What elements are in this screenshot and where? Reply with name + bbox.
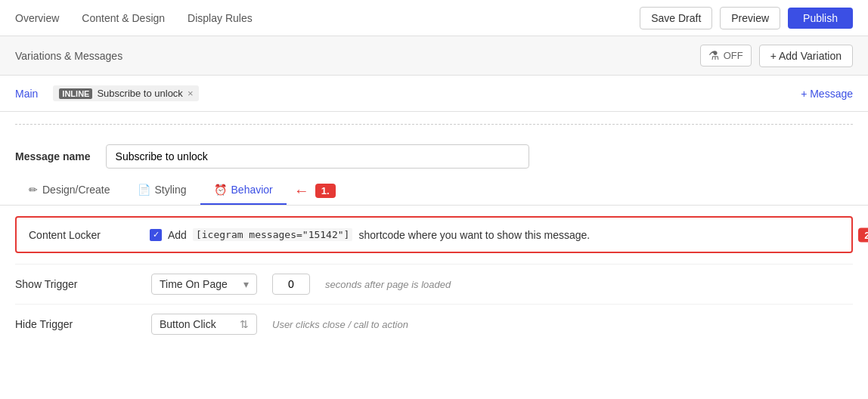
nav-actions: Save Draft Preview Publish bbox=[640, 7, 853, 29]
show-trigger-hint: seconds after page is loaded bbox=[325, 279, 451, 290]
nav-content-design[interactable]: Content & Design bbox=[82, 9, 165, 27]
message-name-input[interactable] bbox=[106, 144, 529, 169]
hide-trigger-chevron-icon: ⇅ bbox=[240, 318, 249, 330]
annotation-arrow-1: ← 1. bbox=[294, 182, 336, 200]
tab-styling-label: Styling bbox=[155, 184, 187, 196]
show-trigger-chevron-icon: ▾ bbox=[243, 278, 249, 290]
tab-design-label: Design/Create bbox=[42, 184, 110, 196]
close-message-icon[interactable]: × bbox=[188, 88, 194, 99]
show-trigger-select[interactable]: Time On Page ▾ bbox=[151, 274, 257, 295]
message-badge-name: Subscribe to unlock bbox=[97, 88, 182, 99]
shortcode-code: [icegram messages="15142"] bbox=[193, 228, 353, 241]
tabs-row: ✏ Design/Create 📄 Styling ⏰ Behavior ← 1… bbox=[0, 176, 868, 206]
content-locker-content: Add [icegram messages="15142"] shortcode… bbox=[150, 228, 839, 241]
main-label[interactable]: Main bbox=[15, 88, 38, 100]
hide-trigger-select-value: Button Click bbox=[160, 318, 216, 330]
nav-links: Overview Content & Design Display Rules bbox=[15, 9, 640, 27]
publish-button[interactable]: Publish bbox=[788, 8, 853, 29]
behavior-icon: ⏰ bbox=[214, 184, 227, 196]
content-area: Content Locker Add [icegram messages="15… bbox=[0, 216, 868, 344]
nav-display-rules[interactable]: Display Rules bbox=[188, 9, 253, 27]
shortcode-add-text: Add bbox=[168, 229, 187, 241]
add-variation-button[interactable]: + Add Variation bbox=[759, 45, 853, 67]
preview-button[interactable]: Preview bbox=[720, 7, 780, 29]
styling-icon: 📄 bbox=[138, 184, 150, 196]
step-1-badge: 1. bbox=[315, 184, 336, 198]
variations-bar: Variations & Messages ⚗ OFF + Add Variat… bbox=[0, 36, 868, 76]
content-locker-checkbox[interactable] bbox=[150, 229, 162, 241]
save-draft-button[interactable]: Save Draft bbox=[640, 7, 712, 29]
arrow-icon: ← bbox=[294, 182, 309, 200]
design-icon: ✏ bbox=[29, 184, 38, 196]
tab-behavior-label: Behavior bbox=[231, 184, 273, 196]
content-locker-label: Content Locker bbox=[29, 229, 150, 241]
show-trigger-row: Show Trigger Time On Page ▾ seconds afte… bbox=[15, 264, 853, 304]
shortcode-suffix: shortcode where you want to show this me… bbox=[358, 229, 590, 241]
variations-title: Variations & Messages bbox=[15, 50, 700, 62]
inline-badge: INLINE Subscribe to unlock × bbox=[53, 85, 199, 101]
add-message-button[interactable]: + Message bbox=[801, 88, 853, 100]
messages-row: Main INLINE Subscribe to unlock × + Mess… bbox=[0, 76, 868, 112]
hide-trigger-label: Hide Trigger bbox=[15, 318, 136, 330]
tab-behavior[interactable]: ⏰ Behavior bbox=[200, 176, 287, 205]
show-trigger-label: Show Trigger bbox=[15, 278, 136, 290]
hide-trigger-row: Hide Trigger Button Click ⇅ User clicks … bbox=[15, 304, 853, 344]
nav-overview[interactable]: Overview bbox=[15, 9, 59, 27]
step-2-badge: 2. bbox=[858, 227, 868, 242]
hide-trigger-select[interactable]: Button Click ⇅ bbox=[151, 314, 257, 335]
top-nav: Overview Content & Design Display Rules … bbox=[0, 0, 868, 36]
hide-trigger-hint: User clicks close / call to action bbox=[272, 319, 408, 330]
toggle-off[interactable]: ⚗ OFF bbox=[700, 45, 752, 66]
message-name-label: Message name bbox=[15, 150, 91, 162]
section-divider bbox=[15, 124, 853, 125]
toggle-label: OFF bbox=[724, 50, 743, 61]
show-trigger-input[interactable] bbox=[272, 274, 310, 295]
tab-design[interactable]: ✏ Design/Create bbox=[15, 176, 124, 205]
tab-styling[interactable]: 📄 Styling bbox=[124, 176, 200, 205]
content-locker-row: Content Locker Add [icegram messages="15… bbox=[15, 216, 853, 253]
inline-tag: INLINE bbox=[59, 88, 92, 99]
beaker-icon: ⚗ bbox=[708, 48, 719, 63]
message-name-row: Message name bbox=[0, 137, 868, 176]
show-trigger-select-value: Time On Page bbox=[160, 278, 228, 290]
